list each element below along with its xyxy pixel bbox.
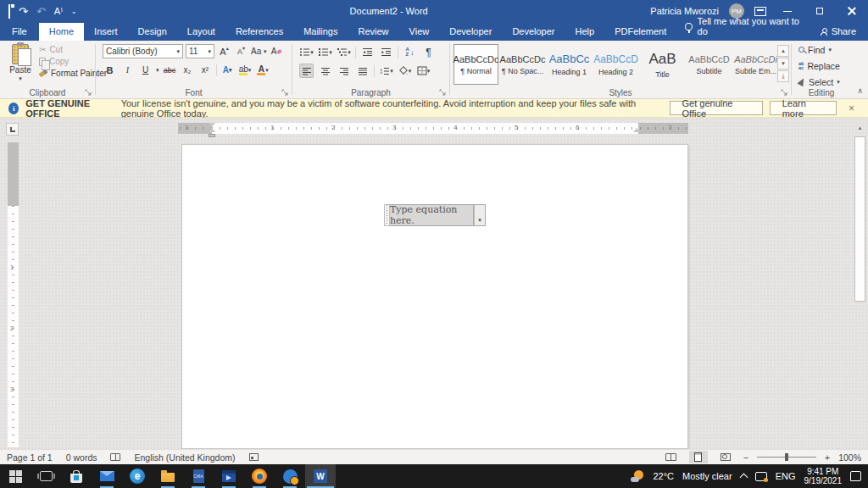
- file-explorer-button[interactable]: [153, 464, 183, 488]
- firefox-button[interactable]: [244, 464, 275, 488]
- read-mode-button[interactable]: [662, 451, 681, 463]
- shrink-font-button[interactable]: A▾: [234, 44, 248, 58]
- undo-icon[interactable]: ↶: [36, 6, 46, 17]
- document-page[interactable]: Type equation here. ▾: [181, 144, 688, 449]
- restore-button[interactable]: [809, 3, 831, 19]
- zoom-level[interactable]: 100%: [838, 452, 861, 463]
- page-indicator[interactable]: Page 1 of 1: [7, 452, 53, 463]
- customize-qat-icon[interactable]: ⌄: [71, 8, 77, 15]
- underline-button[interactable]: U: [138, 63, 153, 77]
- styles-scroll-up-icon[interactable]: ▴: [777, 45, 789, 57]
- subscript-button[interactable]: x₂: [181, 63, 195, 77]
- tab-stop-selector[interactable]: [6, 123, 19, 136]
- scroll-up-icon[interactable]: ▴: [854, 121, 866, 134]
- vertical-scrollbar[interactable]: ▴: [854, 121, 867, 448]
- show-hidden-icons-icon[interactable]: [739, 474, 748, 482]
- style-subtle-emphasis[interactable]: AaBbCcDiSubtle Em...: [733, 44, 778, 85]
- paste-dropdown-icon[interactable]: ▾: [19, 75, 22, 82]
- font-size-combo[interactable]: 11▾: [186, 44, 214, 58]
- borders-button[interactable]: ▾: [416, 64, 431, 78]
- tab-developer-2[interactable]: Developer: [502, 23, 565, 41]
- style-title[interactable]: AaBTitle: [640, 44, 685, 85]
- action-center-icon[interactable]: [850, 471, 861, 481]
- share-button[interactable]: Share: [809, 23, 868, 41]
- weather-desc[interactable]: Mostly clear: [682, 471, 732, 481]
- align-right-button[interactable]: [337, 64, 351, 78]
- movies-tv-button[interactable]: [214, 464, 244, 488]
- tab-review[interactable]: Review: [348, 23, 399, 41]
- paste-button[interactable]: Paste ▾: [5, 44, 36, 93]
- redo-icon[interactable]: ↷: [19, 6, 28, 17]
- style-heading1[interactable]: AaBbCcHeading 1: [547, 44, 592, 85]
- tab-references[interactable]: References: [225, 23, 293, 41]
- proofing-icon[interactable]: [110, 453, 120, 461]
- style-heading2[interactable]: AaBbCcDHeading 2: [593, 44, 638, 85]
- decrease-indent-button[interactable]: [360, 45, 375, 59]
- styles-gallery-more-icon[interactable]: ⤓: [777, 70, 789, 82]
- tab-file[interactable]: File: [0, 23, 39, 41]
- multilevel-list-button[interactable]: ▾: [337, 45, 351, 59]
- style-no-spacing[interactable]: AaBbCcDc¶ No Spac...: [500, 44, 545, 85]
- find-button[interactable]: Find ▾: [798, 42, 851, 57]
- font-family-combo[interactable]: Calibri (Body)▾: [103, 44, 183, 58]
- replace-button[interactable]: abac Replace: [798, 58, 851, 73]
- strikethrough-button[interactable]: abc: [163, 63, 177, 77]
- right-indent-marker[interactable]: [633, 128, 640, 132]
- shading-button[interactable]: ▾: [398, 64, 412, 78]
- save-icon[interactable]: [8, 6, 10, 17]
- styles-scroll-down-icon[interactable]: ▾: [777, 58, 789, 69]
- language-switcher[interactable]: ENG: [776, 471, 796, 481]
- font-color-button[interactable]: A▾: [256, 63, 270, 77]
- task-view-button[interactable]: [31, 464, 61, 488]
- clear-formatting-button[interactable]: A: [270, 44, 284, 58]
- bullets-button[interactable]: ▾: [299, 45, 314, 59]
- equation-placeholder[interactable]: Type equation here. ▾: [384, 204, 486, 226]
- print-layout-button[interactable]: [689, 451, 708, 463]
- language-indicator[interactable]: English (United Kingdom): [134, 452, 235, 463]
- notification-monitor-icon[interactable]: [755, 472, 767, 481]
- style-subtitle[interactable]: AaBbCcDSubtitle: [687, 44, 732, 85]
- bold-button[interactable]: B: [103, 63, 117, 77]
- style-normal[interactable]: AaBbCcDc¶ Normal: [453, 44, 498, 85]
- weather-temp[interactable]: 22°C: [653, 471, 674, 481]
- align-left-button[interactable]: [299, 64, 314, 78]
- word-count[interactable]: 0 words: [66, 452, 97, 463]
- web-layout-button[interactable]: [716, 451, 735, 463]
- align-center-button[interactable]: [318, 64, 332, 78]
- styles-dialog-launcher-icon[interactable]: [780, 88, 788, 97]
- increase-indent-button[interactable]: [379, 45, 393, 59]
- vertical-ruler[interactable]: 1 2 3: [8, 142, 19, 447]
- numbering-button[interactable]: ▾: [318, 45, 332, 59]
- scrollbar-thumb[interactable]: [854, 136, 865, 302]
- paragraph-dialog-launcher-icon[interactable]: [438, 88, 447, 97]
- tab-help[interactable]: Help: [565, 23, 605, 41]
- line-spacing-button[interactable]: ↕ ▾: [379, 64, 393, 78]
- tab-design[interactable]: Design: [128, 23, 177, 41]
- highlight-button[interactable]: ab▾: [238, 63, 253, 77]
- weather-icon[interactable]: [631, 470, 644, 482]
- zoom-in-button[interactable]: +: [825, 452, 830, 463]
- edge-button[interactable]: e: [122, 464, 153, 488]
- start-button[interactable]: [0, 464, 31, 488]
- underline-dropdown-icon[interactable]: ▾: [156, 67, 159, 74]
- equation-text[interactable]: Type equation here.: [390, 204, 474, 226]
- font-dialog-launcher-icon[interactable]: [281, 88, 289, 97]
- store-button[interactable]: [61, 464, 92, 488]
- word-taskbar-button[interactable]: W: [305, 464, 336, 488]
- hanging-indent-marker[interactable]: [209, 128, 215, 132]
- tab-pdfelement[interactable]: PDFelement: [604, 23, 676, 41]
- close-button[interactable]: [841, 3, 863, 19]
- first-line-indent-marker[interactable]: [209, 123, 215, 127]
- zoom-out-button[interactable]: −: [743, 452, 748, 463]
- mail-button[interactable]: [92, 464, 122, 488]
- zoom-slider[interactable]: [757, 457, 816, 458]
- tab-developer-1[interactable]: Developer: [439, 23, 502, 41]
- learn-more-button[interactable]: Learn more: [770, 101, 837, 115]
- superscript-button[interactable]: x²: [198, 63, 213, 77]
- text-effects-button[interactable]: A▾: [220, 63, 235, 77]
- select-button[interactable]: Select ▾: [798, 75, 851, 89]
- tab-view[interactable]: View: [399, 23, 440, 41]
- tab-layout[interactable]: Layout: [177, 23, 225, 41]
- banner-close-icon[interactable]: ×: [843, 103, 860, 114]
- clipboard-dialog-launcher-icon[interactable]: [84, 88, 92, 97]
